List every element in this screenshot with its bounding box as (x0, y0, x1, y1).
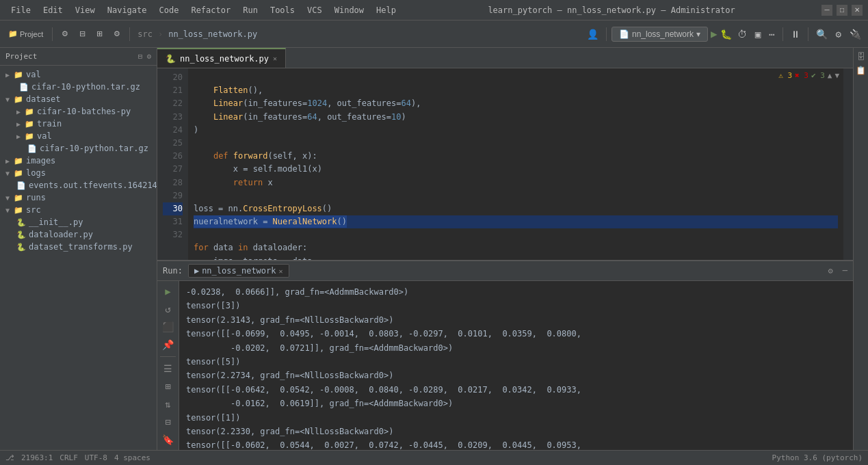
encoding-status[interactable]: CRLF (60, 453, 78, 462)
project-button[interactable]: 📁 Project (4, 25, 47, 44)
sidebar-item-batches[interactable]: ▶ 📁 cifar-10-batches-py (0, 105, 157, 118)
expand-button[interactable]: ⊞ (92, 25, 107, 44)
settings-button[interactable]: ⚙ (109, 25, 124, 44)
folder-icon: 📁 (14, 169, 23, 178)
menu-view[interactable]: View (70, 3, 101, 17)
coverage-button[interactable]: ▣ (752, 26, 763, 42)
menu-run[interactable]: Run (237, 3, 263, 17)
bottom-panel: Run: ▶ nn_loss_network ✕ ⚙ ─ ▶ ↺ ⬛ 📌 ☰ (157, 260, 853, 450)
settings-icon[interactable]: ⚙ (146, 52, 151, 61)
sidebar-item-logs[interactable]: ▼ 📁 logs (0, 167, 157, 179)
breadcrumb-file[interactable]: nn_loss_network.py (168, 29, 257, 39)
sidebar-item-runs[interactable]: ▼ 📁 runs (0, 191, 157, 204)
tab-py-icon: 🐍 (166, 54, 176, 64)
menu-help[interactable]: Help (371, 3, 402, 17)
sidebar-item-dataset[interactable]: ▼ 📁 dataset (0, 93, 157, 105)
bookmark-icon[interactable]: 🔖 (160, 432, 176, 447)
sidebar: Project ⊟ ⚙ ▶ 📁 val 📄 cifar-10-python.ta… (0, 48, 157, 450)
run-minimize-icon[interactable]: ─ (843, 266, 847, 276)
run-again-icon[interactable]: ▶ (163, 284, 172, 299)
output-line-3: tensor([[-0.0699, 0.0495, -0.0014, 0.080… (186, 327, 846, 341)
sidebar-item-val-nested[interactable]: ▶ 📁 val (0, 130, 157, 142)
settings-gear-icon[interactable]: ⚙ (833, 26, 844, 42)
menu-code[interactable]: Code (154, 3, 185, 17)
chevron-right-icon: ▶ (5, 71, 12, 79)
sidebar-item-init[interactable]: 🐍 __init__.py (0, 216, 157, 228)
spaces-status[interactable]: 4 spaces (114, 453, 150, 462)
run-tab-settings-icon[interactable]: ⚙ (828, 266, 833, 276)
menu-refactor[interactable]: Refactor (185, 3, 236, 17)
menu-window[interactable]: Window (329, 3, 369, 17)
run-play-button[interactable]: ▶ (711, 27, 718, 40)
output-line-4: -0.0202, 0.0721]], grad_fn=<AddmmBackwar… (186, 341, 846, 355)
sort-icon[interactable]: ⇅ (163, 397, 172, 412)
rerun-icon[interactable]: ↺ (163, 302, 172, 317)
debug-button[interactable]: 🐛 (720, 29, 732, 40)
sidebar-item-events[interactable]: 📄 events.out.tfevents.164214500 (0, 179, 157, 191)
chevron-down-icon: ▼ (5, 194, 12, 202)
chevron-down-icon: ▼ (5, 170, 12, 177)
line-numbers: 20 21 22 23 24 25 26 27 28 29 30 31 32 (157, 68, 188, 260)
nav-down-icon[interactable]: ▼ (834, 71, 839, 80)
sidebar-item-val[interactable]: ▶ 📁 val (0, 68, 157, 81)
pause-button[interactable]: ⏸ (788, 26, 803, 42)
more-button[interactable]: ⋯ (766, 26, 777, 42)
run-output[interactable]: -0.0238, 0.0666]], grad_fn=<AddmmBackwar… (179, 281, 853, 450)
position-status[interactable]: 21963:1 (21, 453, 53, 462)
collapse-all-icon[interactable]: ⊟ (138, 52, 143, 61)
search-icon[interactable]: 🔍 (813, 26, 830, 42)
review-icon[interactable]: 📋 (855, 64, 867, 77)
user-icon[interactable]: 👤 (584, 26, 601, 42)
breadcrumb-src[interactable]: src (137, 29, 153, 39)
status-bar: ⎇ 21963:1 CRLF UTF-8 4 spaces Python 3.6… (0, 450, 868, 465)
stop-icon[interactable]: ⬛ (160, 319, 176, 334)
run-tab-close-button[interactable]: ✕ (279, 267, 283, 275)
window-controls: ─ □ ✕ (821, 5, 863, 16)
sidebar-item-src[interactable]: ▼ 📁 src (0, 204, 157, 216)
profile-button[interactable]: ⏱ (735, 26, 750, 42)
pin-icon[interactable]: 📌 (160, 337, 176, 352)
language-status[interactable]: Python 3.6 (pytorch) (772, 453, 863, 462)
collapse-button[interactable]: ⊟ (75, 25, 90, 44)
maximize-button[interactable]: □ (837, 5, 847, 16)
sidebar-item-train[interactable]: ▶ 📁 train (0, 118, 157, 130)
database-icon[interactable]: 🗄 (855, 51, 867, 63)
structure-button[interactable]: ⚙ (57, 25, 73, 44)
menu-navigate[interactable]: Navigate (102, 3, 153, 17)
list-icon[interactable]: ☰ (161, 361, 174, 376)
filter-icon[interactable]: ⊟ (163, 414, 172, 429)
menu-vcs[interactable]: VCS (302, 3, 328, 17)
chevron-down-icon: ▼ (5, 96, 12, 103)
tab-close-button[interactable]: ✕ (273, 55, 277, 62)
output-line-11: tensor([[-0.0602, 0.0544, 0.0027, 0.0742… (186, 438, 846, 450)
run-config-button[interactable]: 📄 nn_loss_network ▾ (611, 27, 708, 42)
git-icon[interactable]: ⎇ (5, 453, 14, 462)
sidebar-item-images[interactable]: ▶ 📁 images (0, 155, 157, 167)
menu-file[interactable]: File (5, 3, 36, 17)
plugins-icon[interactable]: 🔌 (847, 26, 864, 42)
code-editor[interactable]: ⚠ 3 ✖ 3 ✔ 3 ▲ ▼ 20 21 22 23 24 25 26 27 … (157, 68, 853, 260)
charset-status[interactable]: UTF-8 (85, 453, 107, 462)
minimize-button[interactable]: ─ (821, 5, 832, 16)
file-icon: 📄 (16, 181, 26, 190)
close-button[interactable]: ✕ (852, 5, 863, 16)
menu-tools[interactable]: Tools (265, 3, 300, 17)
status-right: Python 3.6 (pytorch) (772, 453, 863, 462)
run-config-icon: 📄 (619, 29, 629, 39)
sidebar-item-cifar-gz2[interactable]: 📄 cifar-10-python.tar.gz (0, 142, 157, 155)
folder-icon: 📁 (14, 194, 23, 202)
sidebar-item-label: dataloader.py (29, 230, 93, 239)
sidebar-item-label: cifar-10-python.tar.gz (40, 144, 148, 153)
tab-nn-loss-network[interactable]: 🐍 nn_loss_network.py ✕ (157, 48, 286, 68)
python-file-icon: 🐍 (16, 230, 26, 239)
table-icon[interactable]: ⊞ (163, 379, 172, 394)
sidebar-item-cifar-gz1[interactable]: 📄 cifar-10-python.tar.gz (0, 81, 157, 93)
sidebar-item-dataloader[interactable]: 🐍 dataloader.py (0, 228, 157, 241)
run-tab-header: Run: ▶ nn_loss_network ✕ ⚙ ─ (157, 261, 853, 281)
sidebar-item-transforms[interactable]: 🐍 dataset_transforms.py (0, 241, 157, 253)
toolbar-separator-2 (129, 27, 130, 41)
nav-up-icon[interactable]: ▲ (828, 71, 832, 80)
menu-edit[interactable]: Edit (38, 3, 68, 17)
window-title: learn_pytorch – nn_loss_network.py – Adm… (488, 5, 735, 15)
code-content[interactable]: Flatten(), Linear(in_features=1024, out_… (188, 68, 843, 260)
